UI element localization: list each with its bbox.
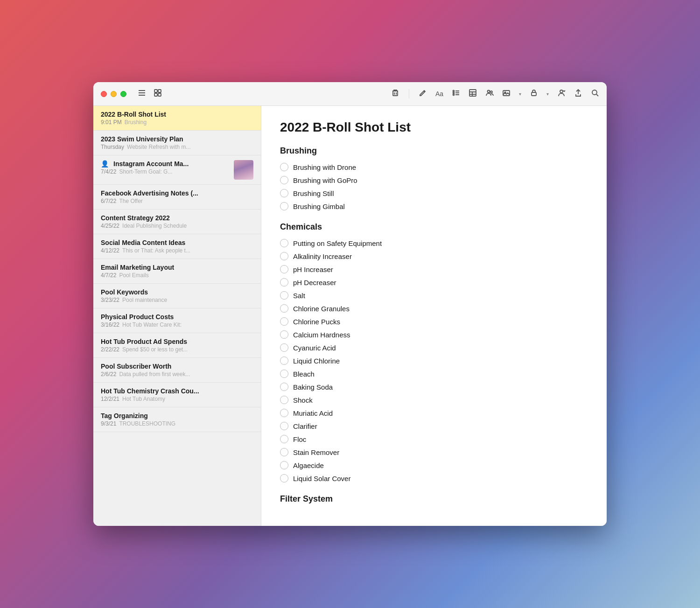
sidebar-item[interactable]: Social Media Content Ideas4/12/22This or… — [93, 234, 261, 259]
sidebar-item[interactable]: Hot Tub Product Ad Spends2/22/22Spend $5… — [93, 333, 261, 358]
checklist-item: Chlorine Pucks — [280, 315, 588, 328]
checkbox[interactable] — [280, 202, 288, 210]
minimize-button[interactable] — [111, 91, 117, 97]
note-thumbnail — [234, 160, 253, 180]
checklist-label: Calcium Hardness — [293, 331, 350, 339]
sidebar-item[interactable]: Pool Keywords3/23/22Pool maintenance — [93, 284, 261, 308]
sidebar-item[interactable]: Pool Subscriber Worth2/6/22Data pulled f… — [93, 358, 261, 383]
checkbox[interactable] — [280, 304, 288, 313]
table-icon[interactable] — [469, 89, 477, 99]
checkbox[interactable] — [280, 176, 288, 184]
checkbox[interactable] — [280, 383, 288, 391]
collab-icon[interactable] — [485, 89, 494, 99]
fullscreen-button[interactable] — [120, 91, 126, 97]
note-item-title: Instagram Account Ma... — [113, 160, 189, 168]
compose-icon[interactable] — [419, 89, 427, 99]
photo-icon[interactable] — [502, 89, 511, 99]
note-item-meta: 9:01 PMBrushing — [101, 119, 253, 126]
sidebar-item[interactable]: Physical Product Costs3/16/22Hot Tub Wat… — [93, 308, 261, 333]
checkbox[interactable] — [280, 435, 288, 443]
checkbox[interactable] — [280, 239, 288, 247]
checkbox[interactable] — [280, 189, 288, 197]
sidebar-item[interactable]: Facebook Advertising Notes (...6/7/22The… — [93, 185, 261, 210]
lock-icon[interactable] — [530, 89, 538, 99]
note-item-title: Physical Product Costs — [101, 313, 174, 321]
checklist-label: pH Increaser — [293, 266, 333, 273]
checklist-item: Brushing Gimbal — [280, 200, 588, 213]
note-item-title: Pool Subscriber Worth — [101, 363, 171, 370]
svg-point-13 — [453, 92, 455, 94]
checkbox[interactable] — [280, 474, 288, 482]
checkbox[interactable] — [280, 330, 288, 339]
checkbox[interactable] — [280, 343, 288, 352]
note-sections: BrushingBrushing with DroneBrushing with… — [280, 146, 588, 504]
note-item-title: Tag Organizing — [101, 412, 148, 419]
checklist-label: Brushing Gimbal — [293, 203, 345, 210]
sidebar-item[interactable]: 2023 Swim University PlanThursdayWebsite… — [93, 131, 261, 155]
share-icon[interactable] — [574, 89, 582, 99]
svg-point-27 — [592, 90, 597, 95]
sidebar-item[interactable]: 👤Instagram Account Ma...7/4/22Short-Term… — [93, 155, 261, 185]
checklist-icon[interactable] — [452, 89, 460, 99]
section-heading: Brushing — [280, 146, 588, 156]
sidebar-item[interactable]: Content Strategy 20224/25/22Ideal Publis… — [93, 210, 261, 234]
checkbox[interactable] — [280, 370, 288, 378]
close-button[interactable] — [101, 91, 107, 97]
note-title: 2022 B-Roll Shot List — [280, 120, 588, 135]
svg-rect-23 — [503, 91, 510, 96]
checkbox[interactable] — [280, 265, 288, 273]
checklist-item: Brushing with GoPro — [280, 174, 588, 187]
note-item-meta: 3/23/22Pool maintenance — [101, 297, 253, 303]
checklist-label: Algaecide — [293, 461, 324, 469]
checkbox[interactable] — [280, 163, 288, 171]
checklist-item: Baking Soda — [280, 380, 588, 393]
checkbox[interactable] — [280, 252, 288, 260]
checkbox[interactable] — [280, 278, 288, 287]
checklist-label: Alkalinity Increaser — [293, 252, 352, 260]
checklist-item: Brushing with Drone — [280, 161, 588, 174]
checkbox[interactable] — [280, 422, 288, 430]
checkbox[interactable] — [280, 396, 288, 404]
checkbox[interactable] — [280, 291, 288, 300]
svg-rect-3 — [154, 90, 157, 92]
sidebar: 2022 B-Roll Shot List9:01 PMBrushing2023… — [93, 106, 261, 526]
checklist-label: Stain Remover — [293, 448, 339, 456]
checklist-item: Floc — [280, 433, 588, 446]
note-item-title: Hot Tub Chemistry Crash Cou... — [101, 387, 199, 395]
checklist-label: Clarifier — [293, 422, 317, 430]
checklist-label: Brushing with GoPro — [293, 176, 357, 184]
note-item-meta: 2/22/22Spend $50 or less to get... — [101, 346, 253, 353]
sidebar-item[interactable]: Email Marketing Layout4/7/22Pool Emails — [93, 259, 261, 284]
people-icon[interactable] — [557, 89, 566, 99]
checkbox[interactable] — [280, 356, 288, 365]
svg-rect-5 — [154, 93, 157, 96]
svg-point-22 — [490, 91, 492, 93]
checklist-item: Chlorine Granules — [280, 302, 588, 315]
delete-icon[interactable] — [391, 89, 399, 99]
svg-point-21 — [488, 91, 490, 93]
font-label[interactable]: Aa — [435, 90, 443, 98]
checkbox[interactable] — [280, 461, 288, 469]
search-icon[interactable] — [591, 89, 599, 99]
list-view-icon[interactable] — [138, 89, 146, 99]
note-item-meta: 7/4/22Short-Term Goal: G... — [101, 168, 234, 175]
checklist-label: Brushing with Drone — [293, 163, 356, 171]
checklist-item: pH Decreaser — [280, 276, 588, 289]
checklist-label: Baking Soda — [293, 383, 333, 391]
checklist-item: Clarifier — [280, 419, 588, 433]
grid-view-icon[interactable] — [154, 89, 162, 99]
sidebar-item[interactable]: Tag Organizing9/3/21TROUBLESHOOTING — [93, 407, 261, 432]
checkbox[interactable] — [280, 317, 288, 326]
titlebar: Aa — [93, 82, 607, 106]
note-item-meta: 4/12/22This or That: Ask people t... — [101, 247, 253, 254]
svg-rect-7 — [393, 91, 398, 96]
sidebar-item[interactable]: Hot Tub Chemistry Crash Cou...12/2/21Hot… — [93, 383, 261, 407]
checklist-item: Putting on Safety Equipment — [280, 237, 588, 250]
checkbox[interactable] — [280, 448, 288, 456]
note-item-meta: 2/6/22Data pulled from first week... — [101, 371, 253, 377]
checklist-label: pH Decreaser — [293, 279, 336, 287]
note-item-title: Content Strategy 2022 — [101, 214, 170, 222]
sidebar-item[interactable]: 2022 B-Roll Shot List9:01 PMBrushing — [93, 106, 261, 131]
note-item-title: 2022 B-Roll Shot List — [101, 111, 166, 118]
checkbox[interactable] — [280, 409, 288, 417]
